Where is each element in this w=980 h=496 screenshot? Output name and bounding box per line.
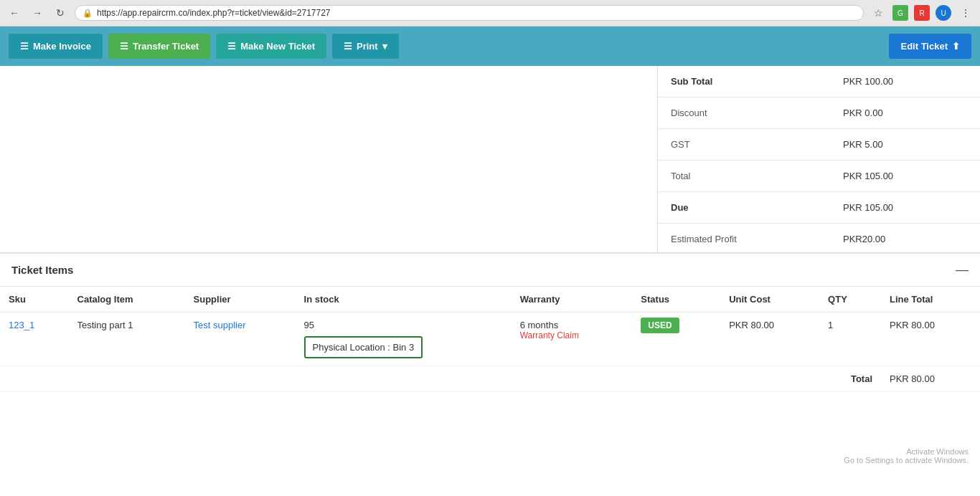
summary-value: PKR20.00 [830,224,980,255]
main-content: Sub TotalPKR 100.00DiscountPKR 0.00GSTPK… [0,66,980,496]
lock-icon: 🔒 [83,9,93,18]
ext-1-button[interactable]: G [892,5,908,21]
edit-ticket-button[interactable]: Edit Ticket ⬆ [889,34,971,59]
upload-icon: ⬆ [952,41,960,52]
forward-button[interactable]: → [29,4,46,22]
summary-row: TotalPKR 105.00 [658,161,980,192]
summary-value: PKR 100.00 [830,66,980,97]
items-column-header: Status [632,287,720,313]
summary-value: PKR 105.00 [830,192,980,224]
print-icon: ☰ [344,41,352,52]
print-label: Print [357,41,378,52]
in-stock-qty: 95 [304,320,503,330]
print-button[interactable]: ☰ Print ▾ [332,34,399,59]
make-invoice-button[interactable]: ☰ Make Invoice [9,34,103,59]
warranty-cell: 6 monthsWarranty Claim [512,313,633,366]
summary-row: GSTPKR 5.00 [658,129,980,161]
activate-line2: Go to Settings to activate Windows. [844,456,969,464]
items-column-header: Catalog Item [69,287,185,313]
summary-value: PKR 105.00 [830,161,980,192]
sku-link[interactable]: 123_1 [9,320,34,330]
summary-label: Estimated Profit [658,224,830,255]
menu-button[interactable]: ⋮ [957,4,974,22]
warranty-text: 6 months [520,320,624,330]
make-invoice-label: Make Invoice [33,41,91,52]
edit-ticket-label: Edit Ticket [900,41,948,52]
catalog-item-cell: Testing part 1 [69,313,185,366]
ticket-items-header: Ticket Items — [0,254,980,287]
transfer-ticket-label: Transfer Ticket [133,41,199,52]
sku-cell: 123_1 [0,313,69,366]
toolbar: ☰ Make Invoice ☰ Transfer Ticket ☰ Make … [0,27,980,66]
summary-label: Total [658,161,830,192]
items-column-header: In stock [296,287,512,313]
star-button[interactable]: ☆ [870,4,887,22]
physical-location-box: Physical Location : Bin 3 [304,336,423,358]
reload-button[interactable]: ↻ [52,4,69,22]
summary-table: Sub TotalPKR 100.00DiscountPKR 0.00GSTPK… [658,66,980,255]
summary-row: DuePKR 105.00 [658,192,980,224]
summary-value: PKR 5.00 [830,129,980,161]
transfer-icon: ☰ [120,41,128,52]
url-text: https://app.repaircrm.co/index.php?r=tic… [97,8,331,18]
summary-row: DiscountPKR 0.00 [658,97,980,129]
summary-section: Sub TotalPKR 100.00DiscountPKR 0.00GSTPK… [657,66,980,255]
summary-label: Due [658,192,830,224]
summary-label: Discount [658,97,830,129]
summary-row: Sub TotalPKR 100.00 [658,66,980,97]
activate-windows-watermark: Activate Windows Go to Settings to activ… [844,447,969,464]
summary-label: Sub Total [658,66,830,97]
invoice-icon: ☰ [20,41,29,52]
ticket-items-section: Ticket Items — SkuCatalog ItemSupplierIn… [0,252,980,392]
items-column-header: Line Total [881,287,980,313]
content-wrapper: Sub TotalPKR 100.00DiscountPKR 0.00GSTPK… [0,66,980,467]
items-column-header: Sku [0,287,69,313]
ticket-items-title: Ticket Items [11,264,73,276]
address-bar[interactable]: 🔒 https://app.repaircrm.co/index.php?r=t… [75,5,864,21]
new-ticket-icon: ☰ [227,41,236,52]
summary-label: GST [658,129,830,161]
status-badge: USED [641,318,679,333]
items-column-header: QTY [819,287,881,313]
profile-button[interactable]: U [936,5,951,21]
activate-line1: Activate Windows [844,447,969,456]
summary-row: Estimated ProfitPKR20.00 [658,224,980,255]
browser-chrome: ← → ↻ 🔒 https://app.repaircrm.co/index.p… [0,0,980,27]
total-row: TotalPKR 80.00 [0,366,980,392]
qty-cell: 1 [819,313,881,366]
items-column-header: Warranty [512,287,633,313]
supplier-cell: Test supplier [185,313,296,366]
table-row: 123_1Testing part 1Test supplier95Physic… [0,313,980,366]
total-value: PKR 80.00 [881,366,980,392]
make-new-ticket-label: Make New Ticket [240,41,315,52]
items-column-header: Supplier [185,287,296,313]
minimize-icon[interactable]: — [956,262,969,277]
line-total-cell: PKR 80.00 [881,313,980,366]
back-button[interactable]: ← [6,4,23,22]
status-cell: USED [632,313,720,366]
items-column-header: Unit Cost [720,287,819,313]
transfer-ticket-button[interactable]: ☰ Transfer Ticket [108,34,210,59]
warranty-claim-text: Warranty Claim [520,330,624,340]
total-label: Total [819,366,881,392]
browser-nav: ← → ↻ 🔒 https://app.repaircrm.co/index.p… [0,0,980,26]
supplier-link[interactable]: Test supplier [194,320,246,330]
make-new-ticket-button[interactable]: ☰ Make New Ticket [216,34,326,59]
ext-2-button[interactable]: R [914,5,930,21]
unit-cost-cell: PKR 80.00 [720,313,819,366]
in-stock-cell: 95Physical Location : Bin 3 [296,313,512,366]
dropdown-arrow: ▾ [382,41,387,52]
items-table: SkuCatalog ItemSupplierIn stockWarrantyS… [0,287,980,392]
browser-icons: ☆ G R U ⋮ [870,4,974,22]
summary-value: PKR 0.00 [830,97,980,129]
